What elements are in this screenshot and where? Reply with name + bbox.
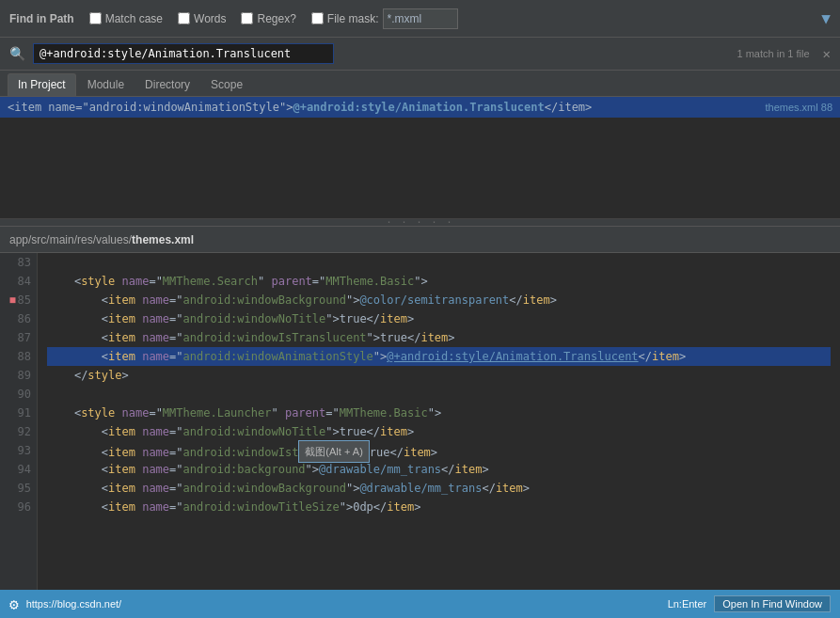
cursor-position: Ln:Enter xyxy=(668,598,707,610)
search-bar: 🔍 1 match in 1 file ✕ xyxy=(0,38,840,71)
words-label: Words xyxy=(194,12,226,25)
match-case-label: Match case xyxy=(105,12,163,25)
close-button[interactable]: ✕ xyxy=(823,46,831,61)
code-content: <style name="MMTheme.Search" parent="MMT… xyxy=(38,253,840,590)
find-header: Find in Path Match case Words Regex? Fil… xyxy=(0,0,840,38)
match-case-checkbox-group: Match case xyxy=(89,12,163,25)
gear-icon[interactable]: ⚙ xyxy=(9,595,19,613)
tab-scope[interactable]: Scope xyxy=(201,73,252,96)
result-row[interactable]: <item name="android:windowAnimationStyle… xyxy=(0,97,840,118)
code-line-83 xyxy=(47,253,831,272)
words-checkbox-group: Words xyxy=(178,12,226,25)
regex-checkbox[interactable] xyxy=(241,12,253,24)
line-numbers: 83 84 ■85 86 87 88 89 90 91 92 93 94 95 … xyxy=(0,253,38,590)
match-case-checkbox[interactable] xyxy=(89,12,102,24)
code-line-92: <item name="android:windowNoTitle">true<… xyxy=(47,422,831,441)
words-checkbox[interactable] xyxy=(178,12,190,24)
tab-directory[interactable]: Directory xyxy=(135,73,199,96)
file-mask-input[interactable] xyxy=(383,8,458,29)
code-line-94: <item name="android:background">@drawabl… xyxy=(47,460,831,479)
file-mask-group: File mask: xyxy=(311,8,458,29)
code-line-95: <item name="android:windowBackground">@d… xyxy=(47,479,831,498)
file-path: app/src/main/res/values/ xyxy=(9,233,132,246)
tabs-row: In Project Module Directory Scope xyxy=(0,71,840,97)
code-line-84: <style name="MMTheme.Search" parent="MMT… xyxy=(47,272,831,291)
code-line-85: <item name="android:windowBackground">@c… xyxy=(47,291,831,309)
code-line-96: <item name="android:windowTitleSize">0dp… xyxy=(47,498,831,516)
code-line-86: <item name="android:windowNoTitle">true<… xyxy=(47,309,831,328)
status-right: Ln:Enter Open In Find Window xyxy=(668,595,831,612)
file-mask-label: File mask: xyxy=(327,12,379,25)
open-find-window-button[interactable]: Open In Find Window xyxy=(714,595,831,612)
match-count: 1 match in 1 file xyxy=(737,48,810,59)
code-lines: 83 84 ■85 86 87 88 89 90 91 92 93 94 95 … xyxy=(0,253,840,590)
code-line-88: <item name="android:windowAnimationStyle… xyxy=(47,347,831,366)
regex-checkbox-group: Regex? xyxy=(241,12,295,25)
filename: themes.xml xyxy=(132,233,194,246)
search-input[interactable] xyxy=(33,43,334,64)
tab-module[interactable]: Module xyxy=(78,73,134,96)
resizer-dots: · · · · · xyxy=(386,217,453,228)
resizer[interactable]: · · · · · xyxy=(0,219,840,227)
status-bar: ⚙ https://blog.csdn.net/ Ln:Enter Open I… xyxy=(0,590,840,618)
regex-label: Regex? xyxy=(257,12,295,25)
code-line-93: <item name="android:windowIst截图(Alt + A)… xyxy=(47,441,831,460)
result-file: themes.xml 88 xyxy=(765,102,832,113)
result-match-highlight: @+android:style/Animation.Translucent xyxy=(293,101,544,114)
results-area[interactable]: <item name="android:windowAnimationStyle… xyxy=(0,97,840,219)
code-line-90 xyxy=(47,385,831,404)
filter-icon[interactable]: ▼ xyxy=(821,9,831,27)
search-icon[interactable]: 🔍 xyxy=(9,46,25,61)
code-line-91: <style name="MMTheme.Launcher" parent="M… xyxy=(47,404,831,422)
status-url: https://blog.csdn.net/ xyxy=(26,598,122,610)
code-line-87: <item name="android:windowIsTranslucent"… xyxy=(47,328,831,347)
code-line-89: </style> xyxy=(47,366,831,385)
tab-in-project[interactable]: In Project xyxy=(8,73,76,96)
result-text: <item name="android:windowAnimationStyle… xyxy=(8,101,757,114)
status-left: ⚙ https://blog.csdn.net/ xyxy=(9,595,121,613)
file-path-bar: app/src/main/res/values/themes.xml xyxy=(0,227,840,253)
find-title: Find in Path xyxy=(9,12,74,25)
file-mask-checkbox[interactable] xyxy=(311,12,324,24)
code-area: 83 84 ■85 86 87 88 89 90 91 92 93 94 95 … xyxy=(0,253,840,590)
